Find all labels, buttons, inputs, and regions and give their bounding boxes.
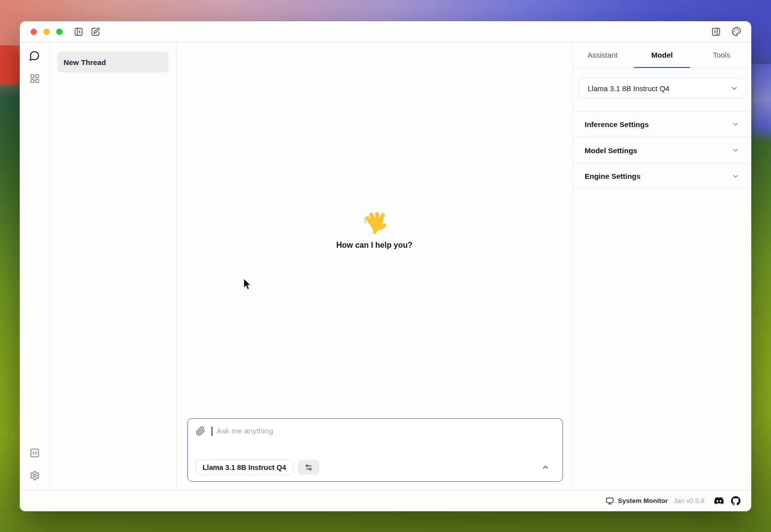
- system-monitor-button[interactable]: System Monitor: [606, 497, 667, 505]
- thread-list-item[interactable]: New Thread: [57, 52, 169, 72]
- system-monitor-label: System Monitor: [618, 497, 667, 504]
- empty-state: How can I help you?: [176, 42, 572, 418]
- minimize-button[interactable]: [43, 29, 50, 35]
- hub-nav-icon[interactable]: [30, 73, 40, 84]
- theme-palette-icon[interactable]: [732, 27, 741, 36]
- greeting-text: How can I help you?: [336, 241, 413, 250]
- toggle-right-panel-icon[interactable]: [711, 27, 721, 36]
- thread-title: New Thread: [64, 58, 106, 66]
- tab-tools[interactable]: Tools: [692, 42, 751, 67]
- collapse-input-chevron-icon[interactable]: [541, 463, 555, 471]
- chevron-down-icon: [730, 84, 738, 93]
- monitor-icon: [606, 497, 614, 505]
- waving-hand-emoji-icon: [363, 211, 386, 233]
- right-panel-tabs: Assistant Model Tools: [573, 42, 751, 68]
- window-toolbar: [20, 21, 751, 42]
- github-icon[interactable]: [731, 496, 740, 505]
- threads-nav-icon[interactable]: [29, 50, 40, 61]
- settings-sections: Inference Settings Model Settings Engine…: [573, 111, 751, 189]
- chevron-down-icon: [732, 172, 739, 180]
- section-engine-settings[interactable]: Engine Settings: [573, 163, 751, 189]
- zoom-button[interactable]: [56, 29, 63, 35]
- status-bar: System Monitor Jan v0.5.8: [20, 490, 751, 511]
- model-dropdown-value: Llama 3.1 8B Instruct Q4: [588, 84, 669, 93]
- tab-model[interactable]: Model: [632, 42, 692, 67]
- close-button[interactable]: [31, 29, 37, 35]
- section-inference-settings[interactable]: Inference Settings: [573, 111, 751, 137]
- model-dropdown[interactable]: Llama 3.1 8B Instruct Q4: [579, 78, 746, 99]
- chevron-down-icon: [732, 120, 739, 128]
- local-api-server-icon[interactable]: [30, 448, 40, 458]
- app-version: Jan v0.5.8: [674, 497, 704, 504]
- tab-assistant[interactable]: Assistant: [573, 42, 632, 67]
- chat-input-box[interactable]: Ask me anything Llama 3.1 8B Instruct Q4: [187, 418, 563, 482]
- jan-app-window: New Thread: [20, 21, 751, 511]
- attach-paperclip-icon[interactable]: [196, 426, 206, 436]
- sliders-icon: [305, 464, 313, 471]
- section-model-settings[interactable]: Model Settings: [573, 137, 751, 163]
- chat-main-area: How can I help you? Ask me anything Llam…: [176, 42, 572, 490]
- traffic-lights: [31, 29, 63, 35]
- model-selector-button[interactable]: Llama 3.1 8B Instruct Q4: [196, 460, 293, 475]
- new-thread-icon[interactable]: [91, 27, 100, 36]
- model-selector-label: Llama 3.1 8B Instruct Q4: [203, 464, 286, 471]
- model-settings-sliders-button[interactable]: [298, 460, 319, 475]
- settings-gear-icon[interactable]: [30, 470, 40, 481]
- discord-icon[interactable]: [714, 496, 724, 505]
- chat-input-placeholder[interactable]: Ask me anything: [217, 427, 274, 435]
- left-icon-rail: [20, 42, 50, 490]
- right-settings-panel: Assistant Model Tools Llama 3.1 8B Instr…: [572, 42, 751, 490]
- thread-list: New Thread: [50, 42, 176, 490]
- chevron-down-icon: [732, 146, 739, 154]
- text-caret: [211, 427, 212, 436]
- toggle-left-panel-icon[interactable]: [74, 27, 83, 36]
